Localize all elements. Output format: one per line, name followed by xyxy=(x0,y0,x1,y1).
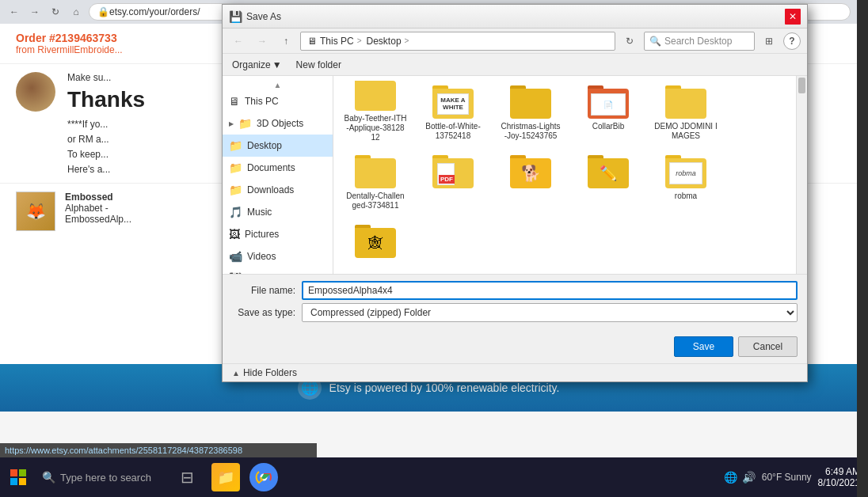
product-name: Embossed xyxy=(65,192,131,203)
videos-label: Videos xyxy=(247,251,276,262)
downloads-label: Downloads xyxy=(247,184,294,195)
music-icon: 🎵 xyxy=(229,206,242,218)
dialog-scrollbar[interactable] xyxy=(796,76,807,274)
dialog-body: ▲ 🖥 This PC ▶ 📁 3D Objects 📁 Desktop 📁 D… xyxy=(223,76,807,274)
dialog-close-button[interactable]: ✕ xyxy=(785,9,801,25)
new-folder-button[interactable]: New folder xyxy=(291,58,346,72)
sidebar-item-music[interactable]: 🎵 Music xyxy=(223,201,333,223)
network-icon: 🌐 xyxy=(724,471,737,484)
file-item-pdf-folder[interactable]: PDF xyxy=(417,152,489,215)
organize-button[interactable]: Organize ▼ xyxy=(229,58,285,72)
file-label-dentally-challenged: Dentally-Challenged-3734811 xyxy=(346,192,404,211)
forward-button[interactable]: → xyxy=(27,4,43,20)
dialog-up-button[interactable]: ↑ xyxy=(276,32,295,51)
file-item-baby-teether[interactable]: Baby-Teether-ITH-Applique-3812812 xyxy=(340,82,411,146)
sidebar-item-downloads[interactable]: 📁 Downloads xyxy=(223,179,333,201)
folder-icon-dreamcatcher: 🕸 xyxy=(355,225,396,258)
dialog-bottom: File name: Save as type: Compressed (zip… xyxy=(223,274,807,332)
dialog-search-box[interactable]: 🔍 Search Desktop xyxy=(644,32,755,51)
seller-avatar xyxy=(16,72,55,112)
taskbar-icons: ⊟ 📁 xyxy=(173,463,278,491)
start-button[interactable] xyxy=(0,457,36,497)
file-item-orange-folder[interactable]: 🐕 xyxy=(495,152,566,215)
address-text: etsy.com/your/orders/ xyxy=(109,6,200,17)
hide-folders-text: Hide Folders xyxy=(243,367,297,378)
sidebar-item-videos[interactable]: 📹 Videos xyxy=(223,245,333,267)
filename-input[interactable] xyxy=(302,281,798,300)
sidebar-item-pictures[interactable]: 🖼 Pictures xyxy=(223,223,333,245)
breadcrumb-sep1: > xyxy=(357,36,362,45)
win-quad-3 xyxy=(10,478,17,485)
taskbar-search-text: Type here to search xyxy=(60,472,151,484)
downloads-icon: 📁 xyxy=(229,184,242,196)
dialog-back-button[interactable]: ← xyxy=(229,32,248,51)
file-item-christmas-lights[interactable]: Christmas-Lights-Joy-15243765 xyxy=(495,82,566,146)
hide-folders-arrow-icon: ▲ xyxy=(232,369,240,377)
refresh-button[interactable]: ↻ xyxy=(48,4,63,20)
file-label-christmas-lights: Christmas-Lights-Joy-15243765 xyxy=(501,122,560,141)
sidebar-item-this-pc[interactable]: 🖥 This PC xyxy=(223,90,333,112)
hide-folders-row[interactable]: ▲ Hide Folders xyxy=(223,363,807,381)
breadcrumb-thispc-icon: 🖥 xyxy=(307,36,317,47)
task-view-button[interactable]: ⊟ xyxy=(173,463,202,491)
file-item-sketch-folder[interactable]: ✏️ xyxy=(573,152,644,215)
dialog-refresh-button[interactable]: ↻ xyxy=(620,32,639,51)
file-item-collar-bib[interactable]: 📄 CollarBib xyxy=(573,82,644,146)
help-button[interactable]: ? xyxy=(783,32,801,50)
speaker-icon: 🔊 xyxy=(742,471,756,484)
files-area: Baby-Teether-ITH-Applique-3812812 MAKE A… xyxy=(333,76,796,274)
this-pc-label: This PC xyxy=(245,96,279,107)
win-quad-2 xyxy=(19,469,26,476)
date-display: 8/10/2021 xyxy=(818,477,860,488)
desktop-label: Desktop xyxy=(247,140,282,151)
dialog-save-icon: 💾 xyxy=(229,10,242,23)
product-info: Embossed Alphabet - EmbossedAlp... xyxy=(65,192,131,225)
pdf-folder-icon: PDF xyxy=(432,155,474,188)
back-button[interactable]: ← xyxy=(6,4,22,20)
sidebar-item-3d-objects[interactable]: ▶ 📁 3D Objects xyxy=(223,112,333,135)
chrome-button[interactable] xyxy=(249,463,278,491)
scroll-up-button[interactable]: ▲ xyxy=(223,79,333,90)
file-item-demo-jdomini[interactable]: DEMO JDOMINI IMAGES xyxy=(650,82,721,146)
dialog-address-bar[interactable]: 🖥 This PC > Desktop > xyxy=(300,32,615,51)
dialog-title: Save As xyxy=(246,11,780,22)
dialog-forward-button[interactable]: → xyxy=(253,32,272,51)
view-options-button[interactable]: ⊞ xyxy=(760,32,779,51)
taskbar-search-icon: 🔍 xyxy=(42,471,55,484)
product-thumbnail: 🦊 xyxy=(16,192,55,231)
pictures-label: Pictures xyxy=(245,229,279,240)
3d-expand-icon: ▶ xyxy=(229,120,234,127)
status-bar-url: https://www.etsy.com/attachments/2558117… xyxy=(0,443,317,457)
pictures-icon: 🖼 xyxy=(229,228,240,241)
taskbar: 🔍 Type here to search ⊟ 📁 🌐 🔊 60°F Sunny… xyxy=(0,457,868,497)
desktop-icon: 📁 xyxy=(229,139,242,152)
file-item-dreamcatcher-folder[interactable]: 🕸 xyxy=(340,222,411,274)
dialog-toolbar2: Organize ▼ New folder xyxy=(223,54,807,76)
cancel-button[interactable]: Cancel xyxy=(738,336,798,357)
file-item-robma-folder[interactable]: robma robma xyxy=(650,152,721,215)
savetype-select[interactable]: Compressed (zipped) Folder xyxy=(302,303,798,322)
3d-objects-label: 3D Objects xyxy=(257,118,303,129)
chrome-logo-icon xyxy=(255,469,272,486)
time-display: 6:49 AM xyxy=(818,466,860,477)
taskbar-clock: 6:49 AM 8/10/2021 xyxy=(818,466,860,488)
file-label-collar-bib: CollarBib xyxy=(592,122,625,131)
file-item-dentally-challenged[interactable]: Dentally-Challenged-3734811 xyxy=(340,152,411,215)
folder-icon-robma: robma xyxy=(665,155,706,188)
file-explorer-button[interactable]: 📁 xyxy=(211,463,240,491)
home-button[interactable]: ⌂ xyxy=(68,4,84,20)
file-item-bottle-white[interactable]: MAKE AWHITE Bottle-of-White-13752418 xyxy=(417,82,489,146)
folder-icon-bottle-white: MAKE AWHITE xyxy=(432,85,474,119)
music-label: Music xyxy=(247,207,272,218)
taskbar-right: 🌐 🔊 60°F Sunny 6:49 AM 8/10/2021 xyxy=(724,466,868,488)
documents-icon: 📁 xyxy=(229,161,242,174)
sidebar-item-documents[interactable]: 📁 Documents xyxy=(223,157,333,179)
savetype-row: Save as type: Compressed (zipped) Folder xyxy=(232,303,798,322)
win-quad-1 xyxy=(10,469,17,476)
sidebar-item-windows-c[interactable]: 💾 Windows (C:) xyxy=(223,267,333,274)
save-button[interactable]: Save xyxy=(674,336,733,357)
dialog-actions: Save Cancel xyxy=(223,332,807,363)
taskbar-search-area[interactable]: 🔍 Type here to search xyxy=(36,465,158,490)
this-pc-icon: 🖥 xyxy=(229,95,240,108)
sidebar-item-desktop[interactable]: 📁 Desktop xyxy=(223,135,333,157)
